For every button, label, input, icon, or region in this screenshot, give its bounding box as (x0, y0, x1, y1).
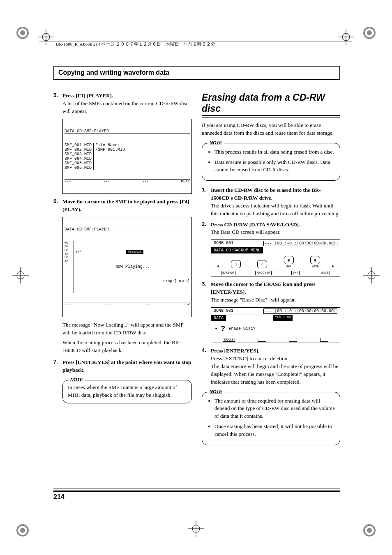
step-1-body: The drive's access indicator will begin … (211, 203, 340, 216)
step-4-head: Press [ENTER/YES]. (211, 348, 259, 354)
step-5-head: Press [F1] (PLAYER). (62, 92, 113, 99)
page-footer: 214 (53, 488, 340, 501)
note-box: NOTE The amount of time required for era… (202, 392, 340, 445)
step-1-head: Insert the CD-RW disc to be erased into … (211, 187, 321, 201)
page-number: 214 (53, 493, 340, 501)
note-item: Data erasure is possible only with CD-RW… (214, 159, 335, 174)
step-number: 1. (202, 187, 211, 217)
erasing-title: Erasing data from a CD-RW disc (202, 92, 340, 114)
step-2-body: The Data CD screen will appear. (211, 229, 281, 235)
lcd-screenshot-backup-menu: SONG 001 --- |00 :-0 :|00:00:00-00.00| D… (211, 240, 340, 276)
note-label: NOTE (208, 389, 224, 395)
crop-mark-ml (12, 267, 29, 285)
note-text: In cases where the SMF contains a large … (68, 384, 187, 399)
step-number: 6. (53, 198, 62, 214)
note-box: NOTE This process results in all data be… (202, 143, 340, 181)
step-number: 5. (53, 92, 62, 115)
step-3-head: Move the cursor to the ERASE icon and pr… (211, 281, 315, 295)
note-box: NOTE In cases where the SMF contains a l… (62, 380, 192, 404)
crop-mark-mr (363, 267, 380, 285)
right-column: Erasing data from a CD-RW disc If you ar… (202, 92, 340, 451)
note-item: This process results in all data being e… (214, 148, 335, 156)
lcd-screenshot-player-list: DATA CD:SMF:PLAYER SMF_001.MID SMF_002.M… (62, 119, 192, 194)
lcd-screenshot-erase-disc: SONG 001 --- |00 :-0 :|00:00:00-00.00| D… (211, 307, 340, 343)
step-2-head: Press CD-R/RW [DATA SAVE/LOAD]. (211, 221, 300, 228)
crop-mark-mb (188, 520, 204, 539)
header-text: BR-1600_R_e.book 214 ページ ２００７年１２月６日 木曜日 … (53, 41, 218, 46)
note-item: The amount of time required for erasing … (214, 397, 335, 421)
note-label: NOTE (69, 377, 85, 383)
step-3-body: The message "Erase Disc?" will appear. (211, 297, 296, 303)
step-6-head: Move the cursor to the SMF to be played … (62, 198, 189, 212)
step-number: 3. (202, 281, 211, 304)
section-bar-title: Copying and writing waveform data (53, 66, 340, 80)
step-4-body-a: Press [EXIT/NO] to cancel deletion. (211, 355, 289, 362)
lcd-screenshot-now-playing: DATA CD:SMF:PLAYER MV SM SM SM SM SM SMF… (62, 217, 192, 317)
crop-mark-br (363, 524, 376, 537)
note-item: Once erasing has been started, it will n… (214, 423, 335, 438)
step-7-head: Press [ENTER/YES] at the point where you… (62, 359, 191, 373)
crop-mark-tl (16, 27, 29, 39)
step-6-desc-a: The message "Now Loading..." will appear… (62, 321, 192, 337)
step-number: 4. (202, 347, 211, 386)
crop-mark-tr (363, 27, 376, 39)
note-label: NOTE (208, 140, 224, 146)
erasing-intro: If you are using CD-RW discs, you will b… (202, 122, 340, 137)
step-6-desc-b: When the reading process has been comple… (62, 339, 192, 355)
crop-mark-bl (16, 524, 29, 537)
left-column: 5. Press [F1] (PLAYER). A list of the SM… (53, 92, 192, 451)
step-5-body: A list of the SMFs contained on the curr… (62, 100, 189, 114)
step-4-body-b: The data erasure will begin and the stat… (211, 363, 338, 385)
step-number: 2. (202, 221, 211, 237)
step-number: 7. (53, 359, 62, 374)
